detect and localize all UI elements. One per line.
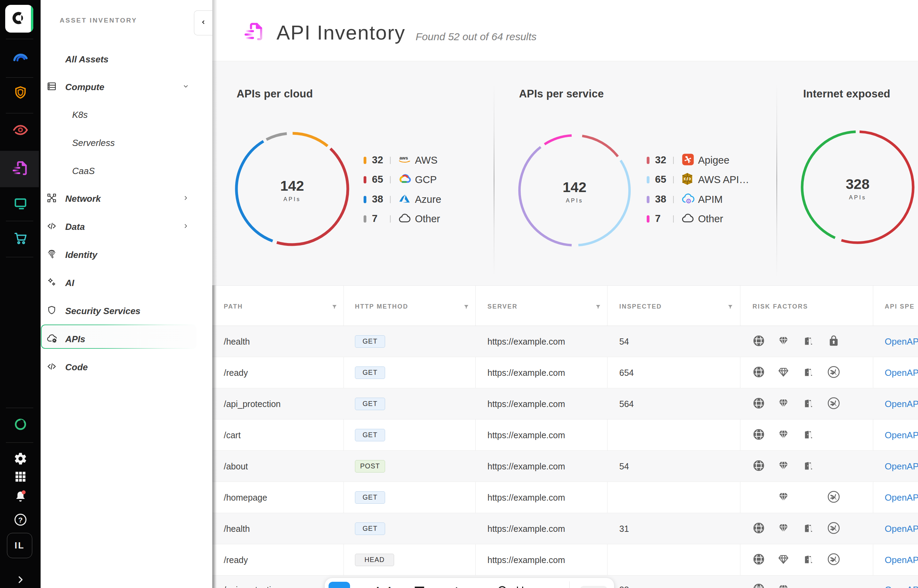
svg-text:aws: aws (399, 155, 408, 160)
svg-text:?: ? (18, 516, 23, 524)
